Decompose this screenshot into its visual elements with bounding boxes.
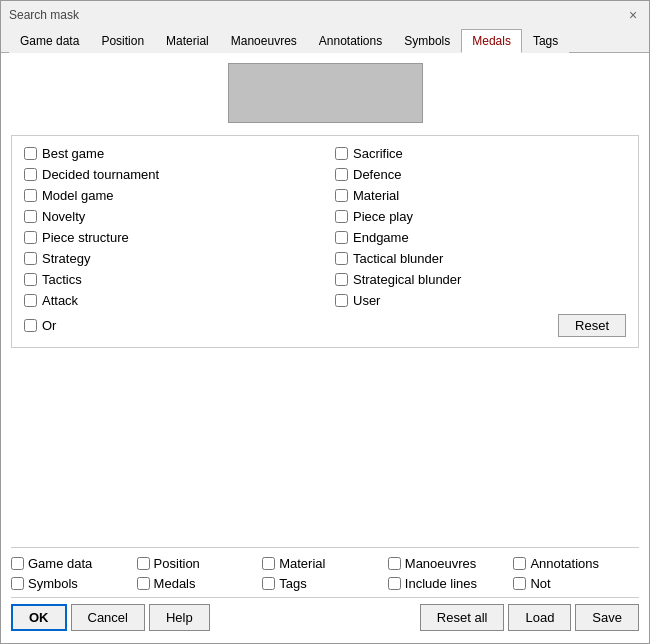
bottom-checkbox-material-input[interactable]	[262, 557, 275, 570]
bottom-checkboxes: Game data Position Material Manoeuvres A…	[11, 547, 639, 597]
checkbox-best-game: Best game	[24, 146, 315, 161]
checkbox-user: User	[335, 293, 626, 308]
reset-button[interactable]: Reset	[558, 314, 626, 337]
checkbox-piece-play-label: Piece play	[353, 209, 413, 224]
checkbox-tactical-blunder: Tactical blunder	[335, 251, 626, 266]
close-button[interactable]: ×	[625, 7, 641, 23]
bottom-checkbox-tags-input[interactable]	[262, 577, 275, 590]
checkbox-material-input[interactable]	[335, 189, 348, 202]
checkbox-model-game: Model game	[24, 188, 315, 203]
tab-bar: Game data Position Material Manoeuvres A…	[1, 29, 649, 53]
checkbox-user-input[interactable]	[335, 294, 348, 307]
or-label: Or	[42, 318, 56, 333]
checkbox-defence: Defence	[335, 167, 626, 182]
title-bar: Search mask ×	[1, 1, 649, 29]
tab-annotations[interactable]: Annotations	[308, 29, 393, 53]
or-reset-row: Or Reset	[24, 314, 626, 337]
checkbox-tactics-input[interactable]	[24, 273, 37, 286]
checkbox-endgame-input[interactable]	[335, 231, 348, 244]
checkbox-tactics-label: Tactics	[42, 272, 82, 287]
bottom-checkbox-not: Not	[513, 576, 639, 591]
bottom-checkbox-manoeuvres: Manoeuvres	[388, 556, 514, 571]
checkbox-strategical-blunder-input[interactable]	[335, 273, 348, 286]
checkbox-strategy-input[interactable]	[24, 252, 37, 265]
tab-position[interactable]: Position	[90, 29, 155, 53]
checkbox-defence-input[interactable]	[335, 168, 348, 181]
checkbox-decided-tournament: Decided tournament	[24, 167, 315, 182]
medals-checkbox-group: Best game Sacrifice Decided tournament D…	[11, 135, 639, 348]
checkbox-user-label: User	[353, 293, 380, 308]
checkbox-novelty-label: Novelty	[42, 209, 85, 224]
checkbox-decided-tournament-input[interactable]	[24, 168, 37, 181]
action-left-buttons: OK Cancel Help	[11, 604, 210, 631]
checkbox-strategy-label: Strategy	[42, 251, 90, 266]
content-area: Best game Sacrifice Decided tournament D…	[1, 53, 649, 643]
checkbox-attack: Attack	[24, 293, 315, 308]
checkbox-strategical-blunder: Strategical blunder	[335, 272, 626, 287]
tab-game-data[interactable]: Game data	[9, 29, 90, 53]
checkbox-grid: Best game Sacrifice Decided tournament D…	[24, 146, 626, 308]
reset-all-button[interactable]: Reset all	[420, 604, 505, 631]
checkbox-material: Material	[335, 188, 626, 203]
bottom-checkbox-medals-input[interactable]	[137, 577, 150, 590]
bottom-checkbox-include-lines: Include lines	[388, 576, 514, 591]
checkbox-attack-input[interactable]	[24, 294, 37, 307]
bottom-checkbox-symbols-input[interactable]	[11, 577, 24, 590]
or-row: Or	[24, 318, 56, 333]
checkbox-defence-label: Defence	[353, 167, 401, 182]
checkbox-tactics: Tactics	[24, 272, 315, 287]
bottom-checkbox-position-label: Position	[154, 556, 200, 571]
bottom-checkbox-include-lines-input[interactable]	[388, 577, 401, 590]
checkbox-model-game-input[interactable]	[24, 189, 37, 202]
bottom-checkbox-annotations-input[interactable]	[513, 557, 526, 570]
tab-material[interactable]: Material	[155, 29, 220, 53]
bottom-checkbox-tags-label: Tags	[279, 576, 306, 591]
spacer	[11, 358, 639, 547]
checkbox-endgame-label: Endgame	[353, 230, 409, 245]
checkbox-piece-structure-input[interactable]	[24, 231, 37, 244]
bottom-checkbox-manoeuvres-label: Manoeuvres	[405, 556, 477, 571]
checkbox-tactical-blunder-input[interactable]	[335, 252, 348, 265]
help-button[interactable]: Help	[149, 604, 210, 631]
checkbox-sacrifice: Sacrifice	[335, 146, 626, 161]
save-button[interactable]: Save	[575, 604, 639, 631]
tab-medals[interactable]: Medals	[461, 29, 522, 53]
checkbox-material-label: Material	[353, 188, 399, 203]
checkbox-strategical-blunder-label: Strategical blunder	[353, 272, 461, 287]
window-title: Search mask	[9, 8, 79, 22]
bottom-checkbox-game-data-input[interactable]	[11, 557, 24, 570]
load-button[interactable]: Load	[508, 604, 571, 631]
image-placeholder	[228, 63, 423, 123]
bottom-checkbox-include-lines-label: Include lines	[405, 576, 477, 591]
bottom-checkbox-position: Position	[137, 556, 263, 571]
tab-manoeuvres[interactable]: Manoeuvres	[220, 29, 308, 53]
bottom-checkbox-game-data: Game data	[11, 556, 137, 571]
checkbox-novelty: Novelty	[24, 209, 315, 224]
bottom-checkbox-material: Material	[262, 556, 388, 571]
checkbox-best-game-input[interactable]	[24, 147, 37, 160]
bottom-checkbox-tags: Tags	[262, 576, 388, 591]
checkbox-sacrifice-input[interactable]	[335, 147, 348, 160]
tab-tags[interactable]: Tags	[522, 29, 569, 53]
bottom-checkbox-symbols-label: Symbols	[28, 576, 78, 591]
checkbox-decided-tournament-label: Decided tournament	[42, 167, 159, 182]
bottom-checkbox-position-input[interactable]	[137, 557, 150, 570]
bottom-checkbox-not-input[interactable]	[513, 577, 526, 590]
bottom-checkbox-annotations-label: Annotations	[530, 556, 599, 571]
action-buttons: OK Cancel Help Reset all Load Save	[11, 597, 639, 633]
or-checkbox[interactable]	[24, 319, 37, 332]
tab-symbols[interactable]: Symbols	[393, 29, 461, 53]
checkbox-piece-structure-label: Piece structure	[42, 230, 129, 245]
checkbox-novelty-input[interactable]	[24, 210, 37, 223]
cancel-button[interactable]: Cancel	[71, 604, 145, 631]
ok-button[interactable]: OK	[11, 604, 67, 631]
checkbox-attack-label: Attack	[42, 293, 78, 308]
checkbox-piece-play-input[interactable]	[335, 210, 348, 223]
bottom-checkbox-annotations: Annotations	[513, 556, 639, 571]
bottom-checkbox-not-label: Not	[530, 576, 550, 591]
checkbox-sacrifice-label: Sacrifice	[353, 146, 403, 161]
bottom-checkbox-medals: Medals	[137, 576, 263, 591]
bottom-checkbox-game-data-label: Game data	[28, 556, 92, 571]
bottom-checkbox-manoeuvres-input[interactable]	[388, 557, 401, 570]
action-right-buttons: Reset all Load Save	[420, 604, 639, 631]
